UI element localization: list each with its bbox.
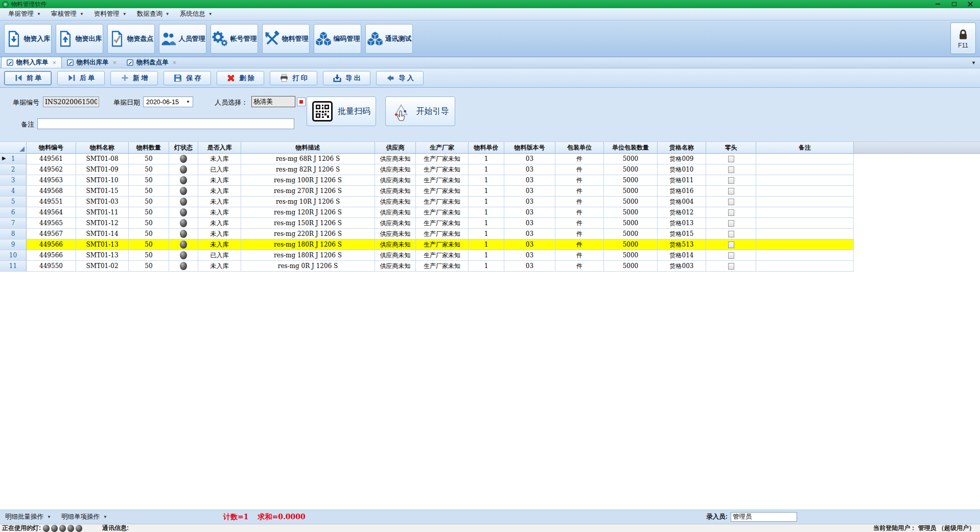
cell-slot[interactable]: 货格015 [658,229,706,239]
cell-slot[interactable]: 货格014 [658,250,706,261]
table-row[interactable]: 2449562SMT01-0950已入库res-mg 82R J 1206 S供… [0,164,980,175]
cell-qty[interactable]: 50 [129,250,169,261]
cell-unit[interactable]: 件 [555,154,604,164]
tail-checkbox[interactable] [728,199,734,205]
cell-lamp[interactable] [169,207,198,218]
table-row[interactable]: 10449566SMT01-1350已入库res-mg 180R J 1206 … [0,250,980,261]
cell-status[interactable]: 未入库 [198,207,241,218]
row-header[interactable]: 10 [0,250,27,261]
cell-remark[interactable] [756,164,854,175]
table-row[interactable]: 8449567SMT01-1450未入库res-mg 220R J 1206 S… [0,229,980,239]
cell-version[interactable]: 03 [504,239,555,250]
col-name[interactable]: 物料名称 [76,141,129,154]
cell-qty[interactable]: 50 [129,154,169,164]
cell-supplier[interactable]: 供应商未知 [375,207,416,218]
cell-lamp[interactable] [169,261,198,272]
detail-single-menu[interactable]: 明细单项操作▼ [56,513,112,521]
cell-desc[interactable]: res-mg 100R J 1206 S [241,175,375,186]
cell-desc[interactable]: res-mg 10R J 1206 S [241,197,375,207]
cell-price[interactable]: 1 [469,261,504,272]
cell-tail[interactable] [706,154,756,164]
cell-unit[interactable]: 件 [555,218,604,229]
cell-desc[interactable]: res-mg 68R J 1206 S [241,154,375,164]
cell-version[interactable]: 03 [504,218,555,229]
cell-unit[interactable]: 件 [555,229,604,239]
col-slot[interactable]: 货格名称 [658,141,706,154]
cell-status[interactable]: 未入库 [198,175,241,186]
start-guide-button[interactable]: 开始引导 [385,96,455,126]
cell-unit[interactable]: 件 [555,250,604,261]
cell-packqty[interactable]: 5000 [604,250,658,261]
cell-remark[interactable] [756,229,854,239]
cell-name[interactable]: SMT01-03 [76,197,129,207]
cell-version[interactable]: 03 [504,229,555,239]
cell-remark[interactable] [756,218,854,229]
lock-f11-button[interactable]: F11 [950,22,976,54]
cell-code[interactable]: 449563 [27,175,76,186]
cell-remark[interactable] [756,197,854,207]
cell-packqty[interactable]: 5000 [604,186,658,197]
cell-slot[interactable]: 货格011 [658,175,706,186]
import-button[interactable]: 导 入 [376,71,424,85]
cell-tail[interactable] [706,261,756,272]
person-field[interactable] [251,96,295,107]
cell-maker[interactable]: 生产厂家未知 [416,218,469,229]
cell-name[interactable]: SMT01-09 [76,164,129,175]
cell-desc[interactable]: res-mg 0R J 1206 S [241,261,375,272]
row-header[interactable]: 7 [0,218,27,229]
next-record-button[interactable]: 后 单 [57,71,105,85]
menu-item-data[interactable]: 资料管理▼ [89,9,132,19]
cell-remark[interactable] [756,261,854,272]
cell-status[interactable]: 未入库 [198,229,241,239]
cell-price[interactable]: 1 [469,164,504,175]
cell-tail[interactable] [706,229,756,239]
col-desc[interactable]: 物料描述 [241,141,375,154]
cell-packqty[interactable]: 5000 [604,154,658,164]
cell-price[interactable]: 1 [469,218,504,229]
table-row[interactable]: 3449563SMT01-1050未入库res-mg 100R J 1206 S… [0,175,980,186]
tab-list-dropdown-icon[interactable]: ▼ [971,60,976,65]
cell-maker[interactable]: 生产厂家未知 [416,250,469,261]
col-unit[interactable]: 包装单位 [555,141,604,154]
col-lamp[interactable]: 灯状态 [169,141,198,154]
cell-code[interactable]: 449567 [27,229,76,239]
cell-price[interactable]: 1 [469,175,504,186]
cell-price[interactable]: 1 [469,197,504,207]
table-row[interactable]: 4449568SMT01-1550未入库res-mg 270R J 1206 S… [0,186,980,197]
cell-price[interactable]: 1 [469,154,504,164]
cell-supplier[interactable]: 供应商未知 [375,154,416,164]
cell-version[interactable]: 03 [504,164,555,175]
cell-lamp[interactable] [169,186,198,197]
cell-code[interactable]: 449561 [27,154,76,164]
cell-code[interactable]: 449566 [27,239,76,250]
cell-supplier[interactable]: 供应商未知 [375,186,416,197]
stock-in-button[interactable]: 物资入库 [4,24,52,54]
prev-record-button[interactable]: 前 单 [4,71,52,85]
col-supplier[interactable]: 供应商 [375,141,416,154]
row-header[interactable]: 2 [0,164,27,175]
row-header[interactable]: 9 [0,239,27,250]
cell-slot[interactable]: 货格003 [658,261,706,272]
cell-unit[interactable]: 件 [555,239,604,250]
cell-supplier[interactable]: 供应商未知 [375,229,416,239]
cell-qty[interactable]: 50 [129,218,169,229]
col-remark[interactable]: 备注 [756,141,854,154]
col-tail[interactable]: 零头 [706,141,756,154]
cell-packqty[interactable]: 5000 [604,175,658,186]
cell-name[interactable]: SMT01-13 [76,250,129,261]
row-header[interactable]: 11 [0,261,27,272]
cell-tail[interactable] [706,250,756,261]
cell-code[interactable]: 449551 [27,197,76,207]
row-header[interactable]: 8 [0,229,27,239]
cell-packqty[interactable]: 5000 [604,207,658,218]
cell-packqty[interactable]: 5000 [604,197,658,207]
cell-tail[interactable] [706,207,756,218]
cell-name[interactable]: SMT01-13 [76,239,129,250]
cell-name[interactable]: SMT01-12 [76,218,129,229]
cell-unit[interactable]: 件 [555,207,604,218]
cell-maker[interactable]: 生产厂家未知 [416,229,469,239]
row-header[interactable]: 3 [0,175,27,186]
detail-batch-menu[interactable]: 明细批量操作▼ [0,513,56,521]
col-maker[interactable]: 生产厂家 [416,141,469,154]
cell-desc[interactable]: res-mg 180R J 1206 S [241,239,375,250]
